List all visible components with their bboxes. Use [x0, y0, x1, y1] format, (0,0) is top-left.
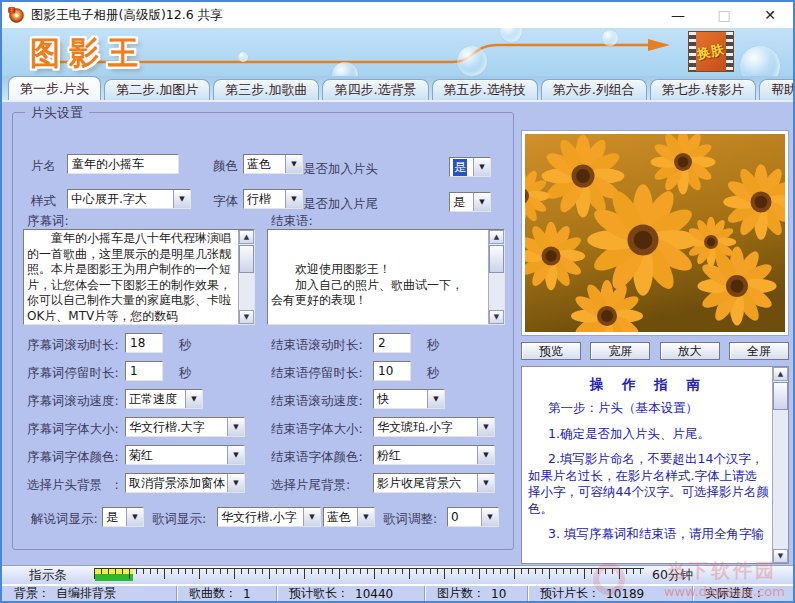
- guide-title: 操 作 指 南: [528, 376, 769, 394]
- scroll-up-icon[interactable]: ▲: [489, 230, 504, 244]
- timeline-ruler: [94, 568, 644, 582]
- tab-step7-convert[interactable]: 第七步.转影片: [650, 79, 756, 100]
- prologue-scroll-duration-input[interactable]: 18: [125, 333, 163, 353]
- fullscreen-button[interactable]: 全屏: [729, 342, 789, 360]
- scrollbar[interactable]: ▲ ▼: [238, 230, 254, 324]
- scrollbar-thumb[interactable]: [773, 382, 788, 410]
- svg-text:王: 王: [9, 7, 14, 13]
- app-icon: 王: [8, 7, 24, 23]
- lyrics-font-select[interactable]: 华文行楷.小字 ▼: [217, 507, 321, 527]
- title-style-select[interactable]: 中心展开.字大 ▼: [67, 189, 191, 209]
- preview-image: [525, 134, 785, 332]
- tab-step6-arrange[interactable]: 第六步.列组合: [541, 79, 647, 100]
- head-background-select[interactable]: 取消背景添加窗体 ▼: [125, 473, 245, 493]
- chevron-down-icon[interactable]: ▼: [185, 390, 202, 408]
- lyrics-color-select[interactable]: 蓝色 ▼: [323, 507, 375, 527]
- tab-step2-add-images[interactable]: 第二步.加图片: [104, 79, 210, 100]
- scrollbar[interactable]: ▲ ▼: [488, 230, 504, 324]
- ending-font-size-select[interactable]: 华文琥珀.小字 ▼: [373, 417, 495, 437]
- ending-stay-duration-label: 结束语停留时长:: [271, 365, 363, 382]
- chevron-down-icon[interactable]: ▼: [227, 418, 244, 436]
- add-head-select[interactable]: 是 ▼: [449, 157, 491, 177]
- widescreen-button[interactable]: 宽屏: [590, 342, 650, 360]
- status-song-length: 预计歌长：10440: [277, 586, 425, 601]
- narration-display-label: 解说词显示:: [31, 511, 98, 528]
- film-name-input[interactable]: 童年的小摇车: [67, 154, 179, 174]
- scroll-down-icon[interactable]: ▼: [239, 310, 254, 324]
- title-color-label: 颜色: [213, 158, 238, 175]
- guide-line: 第一步：片头（基本设置）: [528, 400, 769, 417]
- guide-line: 1.确定是否加入片头、片尾。: [528, 426, 769, 443]
- chevron-down-icon[interactable]: ▼: [481, 508, 498, 526]
- chevron-down-icon[interactable]: ▼: [427, 390, 444, 408]
- prologue-scroll-speed-select[interactable]: 正常速度 ▼: [125, 389, 203, 409]
- chevron-down-icon[interactable]: ▼: [473, 158, 490, 176]
- scroll-down-icon[interactable]: ▼: [489, 310, 504, 324]
- maximize-button[interactable]: □: [701, 2, 747, 28]
- scroll-up-icon[interactable]: ▲: [239, 230, 254, 244]
- change-skin-button[interactable]: 换肤: [688, 31, 734, 72]
- header-settings-group: 片头设置 片名 童年的小摇车 颜色 蓝色 ▼ 是否加入片头 是 ▼ 样式 中心展…: [12, 112, 514, 550]
- ending-font-color-label: 结束语字体颜色:: [271, 449, 363, 466]
- bubble: [500, 28, 522, 42]
- ending-scroll-speed-select[interactable]: 快 ▼: [373, 389, 445, 409]
- head-background-label: 选择片头背景 :: [27, 477, 119, 494]
- scroll-up-icon[interactable]: ▲: [773, 367, 788, 381]
- ending-stay-duration-input[interactable]: 10: [373, 361, 411, 381]
- chevron-down-icon[interactable]: ▼: [126, 508, 143, 526]
- chevron-down-icon[interactable]: ▼: [477, 446, 494, 464]
- ending-scroll-duration-input[interactable]: 2: [373, 333, 411, 353]
- tail-background-select[interactable]: 影片收尾背景六 ▼: [373, 473, 495, 493]
- prologue-font-color-select[interactable]: 菊红 ▼: [125, 445, 245, 465]
- chevron-down-icon[interactable]: ▼: [477, 474, 494, 492]
- tab-step5-effects[interactable]: 第五步.选特技: [432, 79, 538, 100]
- chevron-down-icon[interactable]: ▼: [285, 190, 302, 208]
- bubble: [332, 62, 358, 76]
- scrollbar-thumb[interactable]: [239, 245, 254, 273]
- ending-font-color-select[interactable]: 粉红 ▼: [373, 445, 495, 465]
- tab-step3-add-songs[interactable]: 第三步.加歌曲: [213, 79, 319, 100]
- title-style-label: 样式: [31, 193, 56, 210]
- add-tail-select[interactable]: 是 ▼: [449, 192, 491, 212]
- chevron-down-icon[interactable]: ▼: [357, 508, 374, 526]
- prologue-textarea[interactable]: 童年的小摇车是八十年代程琳演唱的一首歌曲，这里展示的是明星几张靓照。本片是图影王…: [23, 229, 255, 325]
- close-button[interactable]: ✕: [747, 2, 793, 28]
- status-film-length: 预计片长：10189: [528, 586, 693, 601]
- chevron-down-icon[interactable]: ▼: [173, 190, 190, 208]
- title-bar: 王 图影王电子相册(高级版)12.6 共享 — □ ✕: [2, 2, 793, 28]
- chevron-down-icon[interactable]: ▼: [477, 418, 494, 436]
- prologue-stay-duration-input[interactable]: 1: [125, 361, 163, 381]
- chevron-down-icon[interactable]: ▼: [227, 474, 244, 492]
- main-panel: 片头设置 片名 童年的小摇车 颜色 蓝色 ▼ 是否加入片头 是 ▼ 样式 中心展…: [2, 100, 793, 565]
- chevron-down-icon[interactable]: ▼: [227, 446, 244, 464]
- add-tail-label: 是否加入片尾: [303, 196, 378, 213]
- zoom-in-button[interactable]: 放大: [660, 342, 720, 360]
- tail-background-label: 选择片尾背景:: [271, 477, 350, 494]
- prologue-label: 序幕词:: [27, 213, 69, 230]
- tab-help-register[interactable]: 帮助/注册: [759, 79, 795, 100]
- scrollbar-thumb[interactable]: [489, 245, 504, 273]
- title-color-select[interactable]: 蓝色 ▼: [243, 154, 303, 174]
- preview-button[interactable]: 预览: [521, 342, 581, 360]
- narration-display-select[interactable]: 是 ▼: [102, 507, 144, 527]
- indicator-label: 指示条: [2, 567, 94, 584]
- preview-image-frame: [521, 130, 789, 336]
- tab-step4-background[interactable]: 第四步.选背景: [322, 79, 428, 100]
- app-window: 王 图影王电子相册(高级版)12.6 共享 — □ ✕ 图影王 换肤 第一步.片…: [0, 0, 795, 603]
- title-font-label: 字体: [213, 193, 238, 210]
- minimize-button[interactable]: —: [655, 2, 701, 28]
- prologue-font-size-select[interactable]: 华文行楷.大字 ▼: [125, 417, 245, 437]
- ending-textarea[interactable]: 欢迎使用图影王！ 加入自己的照片、歌曲试一下， 会有更好的表现！ ▲ ▼: [267, 229, 505, 325]
- scroll-down-icon[interactable]: ▼: [773, 549, 788, 563]
- group-title: 片头设置: [25, 104, 89, 122]
- seconds-label: 秒: [427, 365, 440, 382]
- prologue-font-color-label: 序幕词字体颜色:: [27, 449, 119, 466]
- status-bar: 背景：自编排背景 歌曲数：1 预计歌长：10440 图片数：10 预计片长：10…: [2, 585, 793, 601]
- tab-step1-header[interactable]: 第一步.片头: [8, 76, 101, 100]
- chevron-down-icon[interactable]: ▼: [473, 193, 490, 211]
- chevron-down-icon[interactable]: ▼: [285, 155, 302, 173]
- scrollbar[interactable]: ▲ ▼: [772, 367, 788, 563]
- chevron-down-icon[interactable]: ▼: [303, 508, 320, 526]
- lyrics-adjust-select[interactable]: 0 ▼: [447, 507, 499, 527]
- title-font-select[interactable]: 行楷 ▼: [243, 189, 303, 209]
